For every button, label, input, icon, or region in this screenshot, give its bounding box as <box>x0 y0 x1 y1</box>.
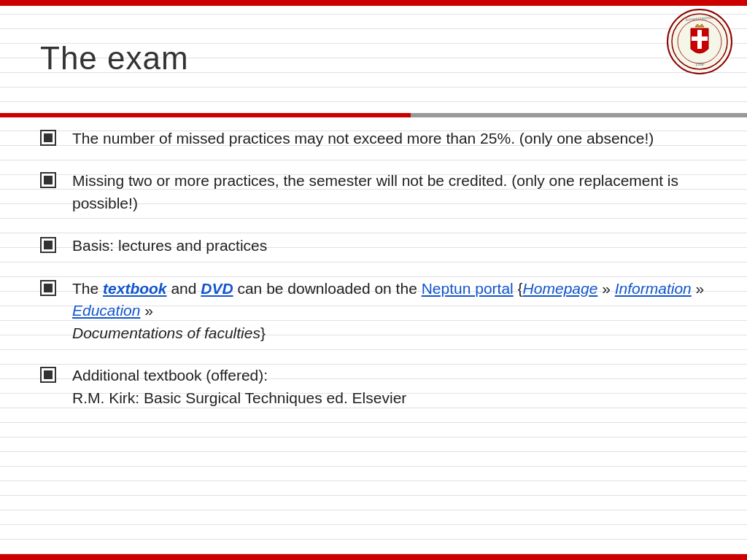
bullet-text-5: Additional textbook (offered):R.M. Kirk:… <box>72 365 406 409</box>
checkbox-1 <box>40 130 56 146</box>
bullet-item-2: Missing two or more practices, the semes… <box>40 170 707 214</box>
title-section: The exam <box>40 40 189 77</box>
bullet-text-4: The textbook and DVD can be downloaded o… <box>72 278 707 344</box>
bottom-decorative-bar <box>0 554 747 560</box>
dvd-link[interactable]: DVD <box>201 280 233 297</box>
svg-rect-3 <box>692 36 708 41</box>
checkbox-3 <box>40 237 56 253</box>
textbook-link[interactable]: textbook <box>103 280 167 297</box>
top-decorative-bar <box>0 0 747 6</box>
education-link[interactable]: Education <box>72 302 140 319</box>
bullet-item-1: The number of missed practices may not e… <box>40 128 707 149</box>
svg-text:· 1769 ·: · 1769 · <box>694 62 706 66</box>
bullet-text-1: The number of missed practices may not e… <box>72 128 654 149</box>
content-area: The number of missed practices may not e… <box>40 128 707 429</box>
checkbox-4 <box>40 280 56 296</box>
university-logo: · 1769 · BUDAPESTINENSIS <box>667 9 732 74</box>
checkbox-5 <box>40 367 56 383</box>
bullet-text-3: Basis: lectures and practices <box>72 235 267 257</box>
bullet-item-5: Additional textbook (offered):R.M. Kirk:… <box>40 365 707 409</box>
bullet-item-4: The textbook and DVD can be downloaded o… <box>40 278 707 344</box>
information-link[interactable]: Information <box>615 280 692 297</box>
bullet-text-2: Missing two or more practices, the semes… <box>72 170 707 214</box>
bullet-item-3: Basis: lectures and practices <box>40 235 707 257</box>
homepage-link[interactable]: Homepage <box>523 280 598 297</box>
neptun-link[interactable]: Neptun portal <box>422 280 514 297</box>
slide: · 1769 · BUDAPESTINENSIS The exam The nu… <box>0 0 747 560</box>
documentations-text: Documentations of faculties <box>72 324 260 341</box>
checkbox-2 <box>40 172 56 188</box>
red-divider-line <box>0 113 747 117</box>
slide-title: The exam <box>40 40 189 77</box>
